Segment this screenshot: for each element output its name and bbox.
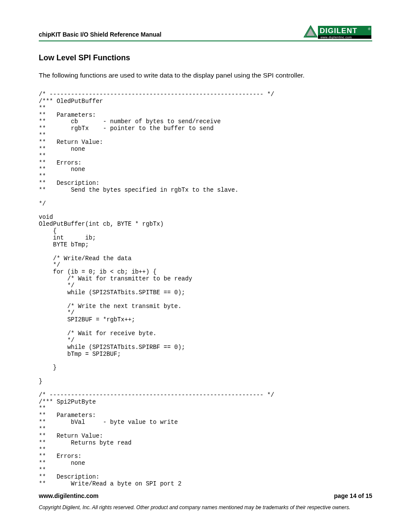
footer-site: www.digilentinc.com: [39, 492, 99, 499]
section-heading: Low Level SPI Functions: [39, 53, 372, 62]
logo: DIGILENT ® www.digilentinc.com: [303, 25, 372, 40]
page-header: chipKIT Basic I/O Shield Reference Manua…: [39, 25, 372, 40]
copyright-notice: Copyright Digilent, Inc. All rights rese…: [39, 504, 372, 510]
footer-row: www.digilentinc.com page 14 of 15: [39, 492, 372, 499]
intro-paragraph: The following functions are used to writ…: [39, 71, 372, 80]
svg-text:DIGILENT: DIGILENT: [320, 27, 357, 35]
header-rule: [39, 40, 372, 41]
footer-page-number: page 14 of 15: [334, 492, 372, 499]
doc-title: chipKIT Basic I/O Shield Reference Manua…: [39, 31, 162, 40]
svg-text:®: ®: [368, 27, 371, 31]
page: chipKIT Basic I/O Shield Reference Manua…: [0, 0, 411, 532]
svg-text:www.digilentinc.com: www.digilentinc.com: [320, 36, 352, 39]
code-block: /* -------------------------------------…: [39, 91, 372, 488]
page-footer: www.digilentinc.com page 14 of 15 Copyri…: [39, 492, 372, 510]
